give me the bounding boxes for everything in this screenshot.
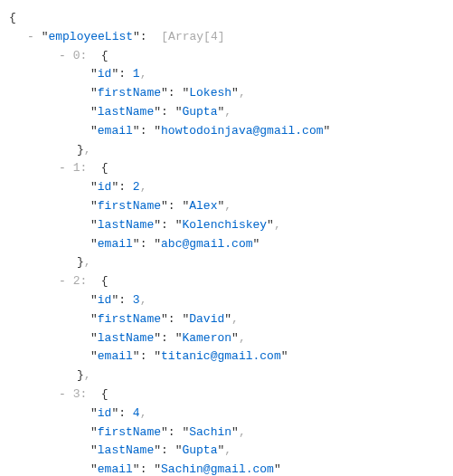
property-key: id [98, 67, 112, 81]
collapse-toggle-icon[interactable]: - [27, 30, 34, 43]
property-value: abc@gmail.com [161, 237, 252, 251]
collapse-toggle-icon[interactable]: - [59, 274, 66, 288]
collapse-toggle-icon[interactable]: - [59, 49, 66, 62]
property-key: email [98, 237, 133, 251]
property-value: Sachin@gmail.com [161, 462, 274, 476]
array-item-header: - 2: { [9, 272, 453, 291]
collapse-toggle-icon[interactable]: - [59, 161, 66, 175]
property-value: Kolenchiskey [182, 218, 267, 232]
property-key: firstName [98, 199, 161, 213]
property-key: firstName [98, 425, 161, 439]
property-key: firstName [98, 86, 161, 100]
root-open-brace: { [9, 9, 453, 28]
object-property-row: "id": 1, [9, 65, 453, 84]
property-value: 4 [133, 406, 140, 420]
object-close-brace: }, [9, 253, 453, 272]
property-value: Kameron [182, 331, 231, 345]
root-key: employeeList [48, 30, 133, 43]
object-close-brace: }, [9, 367, 453, 386]
property-key: lastName [98, 105, 154, 119]
array-item-header: - 3: { [9, 386, 453, 405]
property-value: Gupta [182, 443, 217, 457]
object-close-brace: }, [9, 141, 453, 160]
property-key: email [98, 124, 133, 138]
object-property-row: "email": "howtodoinjava@gmail.com" [9, 122, 453, 141]
property-value: howtodoinjava@gmail.com [161, 124, 323, 138]
property-key: lastName [98, 331, 154, 345]
array-meta: Array[4] [168, 30, 224, 43]
object-property-row: "id": 3, [9, 291, 453, 310]
object-property-row: "lastName": "Kameron", [9, 329, 453, 348]
object-property-row: "email": "titanic@gmail.com" [9, 347, 453, 367]
object-property-row: "email": "abc@gmail.com" [9, 235, 453, 254]
object-property-row: "lastName": "Gupta", [9, 103, 453, 122]
property-key: lastName [98, 443, 154, 457]
property-value: Lokesh [189, 86, 231, 100]
property-key: firstName [98, 312, 161, 326]
object-property-row: "firstName": "Sachin", [9, 424, 453, 443]
property-key: id [98, 180, 112, 194]
collapse-toggle-icon[interactable]: - [59, 387, 66, 401]
property-key: email [98, 462, 133, 476]
array-item-header: - 0: { [9, 47, 453, 66]
json-viewer: { - "employeeList": [Array[4] - 0: { "id… [9, 9, 453, 476]
property-value: titanic@gmail.com [161, 349, 281, 363]
property-key: lastName [98, 218, 154, 232]
object-property-row: "email": "Sachin@gmail.com" [9, 461, 453, 476]
property-value: Sachin [189, 425, 231, 439]
object-property-row: "firstName": "Alex", [9, 197, 453, 216]
property-value: David [189, 312, 224, 326]
property-value: 3 [133, 293, 140, 307]
property-key: email [98, 349, 133, 363]
object-property-row: "id": 2, [9, 178, 453, 197]
property-value: 1 [133, 67, 140, 81]
property-value: Alex [189, 199, 217, 213]
property-value: Gupta [182, 105, 217, 119]
object-property-row: "lastName": "Gupta", [9, 442, 453, 461]
property-value: 2 [133, 180, 140, 194]
object-property-row: "id": 4, [9, 405, 453, 424]
property-key: id [98, 293, 112, 307]
object-property-row: "firstName": "Lokesh", [9, 84, 453, 103]
array-item-header: - 1: { [9, 159, 453, 178]
property-key: id [98, 406, 112, 420]
object-property-row: "firstName": "David", [9, 310, 453, 329]
employee-list-key-row: - "employeeList": [Array[4] [9, 28, 453, 47]
object-property-row: "lastName": "Kolenchiskey", [9, 216, 453, 235]
